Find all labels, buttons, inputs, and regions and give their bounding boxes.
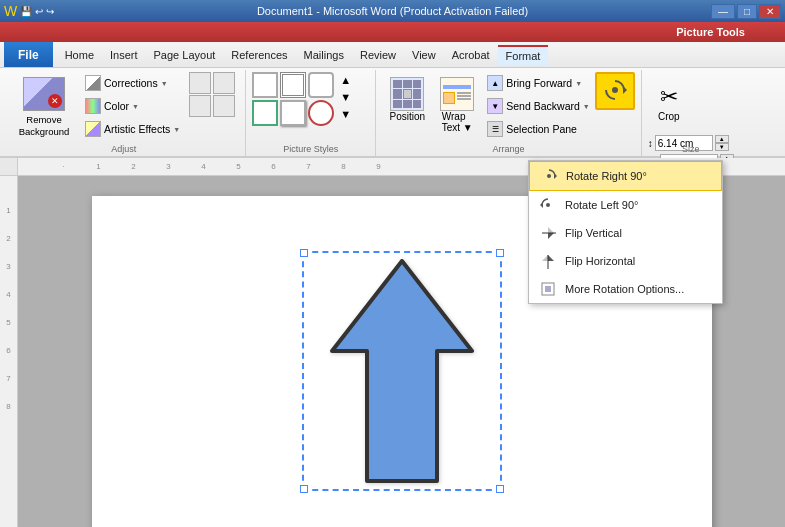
style-swatch-4[interactable] xyxy=(252,100,278,126)
menu-mailings[interactable]: Mailings xyxy=(296,46,352,64)
styles-up-btn[interactable]: ▲ xyxy=(338,72,353,88)
style-swatch-1[interactable] xyxy=(252,72,278,98)
handle-tl[interactable] xyxy=(300,249,308,257)
style-swatch-5[interactable] xyxy=(280,100,306,126)
menu-page-layout[interactable]: Page Layout xyxy=(146,46,224,64)
minimize-btn[interactable]: — xyxy=(711,4,735,19)
ruler-v-7: 7 xyxy=(6,364,10,392)
color-arrow: ▼ xyxy=(132,103,139,110)
format-icon[interactable] xyxy=(189,95,211,117)
styles-more-btn[interactable]: ▼ xyxy=(338,106,353,122)
svg-marker-6 xyxy=(548,227,554,233)
ruler-tick-3: 2 xyxy=(116,162,151,171)
svg-marker-7 xyxy=(548,233,554,239)
rotate-left-icon xyxy=(539,196,557,214)
selection-pane-btn[interactable]: ☰ Selection Pane xyxy=(482,118,594,140)
remove-bg-circle: ✕ xyxy=(48,94,62,108)
ruler-v-8: 8 xyxy=(6,392,10,420)
crop-btn[interactable]: ✂ Crop xyxy=(648,78,690,127)
compress-icon[interactable] xyxy=(189,72,211,94)
crop-icon: ✂ xyxy=(655,83,683,111)
more-rotation-options-item[interactable]: More Rotation Options... xyxy=(529,275,722,303)
ruler-tick-5: 4 xyxy=(186,162,221,171)
svg-marker-10 xyxy=(548,255,554,261)
send-backward-arrow: ▼ xyxy=(583,103,590,110)
reset-icon[interactable] xyxy=(213,72,235,94)
color-icon xyxy=(85,98,101,114)
more-rotation-label: More Rotation Options... xyxy=(565,283,684,295)
title-bar: W 💾 ↩ ↪ Document1 - Microsoft Word (Prod… xyxy=(0,0,785,22)
svg-rect-13 xyxy=(545,286,551,292)
corrections-label: Corrections xyxy=(104,77,158,89)
remove-bg-label: RemoveBackground xyxy=(19,114,70,137)
bring-forward-label: Bring Forward xyxy=(506,77,572,89)
styles-down-btn[interactable]: ▼ xyxy=(338,89,353,105)
rotate-area xyxy=(595,72,635,110)
svg-point-0 xyxy=(612,87,618,93)
position-icon xyxy=(390,77,424,111)
wrap-text-btn[interactable]: WrapText ▼ xyxy=(432,72,482,138)
extra-icons-row2 xyxy=(189,95,235,117)
color-btn[interactable]: Color ▼ xyxy=(80,95,185,117)
send-backward-icon: ▼ xyxy=(487,98,503,114)
ribbon: ✕ RemoveBackground Corrections ▼ Color ▼ xyxy=(0,68,785,158)
handle-tr[interactable] xyxy=(496,249,504,257)
height-up[interactable]: ▲ xyxy=(715,135,729,143)
flip-vertical-label: Flip Vertical xyxy=(565,227,622,239)
ruler-corner xyxy=(0,158,18,176)
ruler-numbers: · 1 2 3 4 5 6 7 8 9 xyxy=(46,162,396,171)
artistic-effects-arrow: ▼ xyxy=(173,126,180,133)
arrange-stack-btns: ▲ Bring Forward ▼ ▼ Send Backward ▼ ☰ Se… xyxy=(482,72,594,140)
svg-point-5 xyxy=(546,203,550,207)
menu-references[interactable]: References xyxy=(223,46,295,64)
svg-marker-1 xyxy=(623,86,627,94)
bring-forward-btn[interactable]: ▲ Bring Forward ▼ xyxy=(482,72,594,94)
close-btn[interactable]: ✕ xyxy=(759,4,781,19)
rotate-left-item[interactable]: Rotate Left 90° xyxy=(529,191,722,219)
artistic-effects-btn[interactable]: Artistic Effects ▼ xyxy=(80,118,185,140)
picture-icon[interactable] xyxy=(213,95,235,117)
menu-insert[interactable]: Insert xyxy=(102,46,146,64)
style-swatch-2[interactable] xyxy=(280,72,306,98)
ruler-v-6: 6 xyxy=(6,336,10,364)
maximize-btn[interactable]: □ xyxy=(737,4,757,19)
menu-acrobat[interactable]: Acrobat xyxy=(444,46,498,64)
flip-vertical-icon xyxy=(539,224,557,242)
style-swatch-6[interactable] xyxy=(308,100,334,126)
pic-styles-content: ▲ ▼ ▼ xyxy=(252,72,369,154)
rotate-right-item[interactable]: Rotate Right 90° xyxy=(529,161,722,191)
ruler-tick-4: 3 xyxy=(151,162,186,171)
file-menu-btn[interactable]: File xyxy=(4,42,53,67)
arrange-label: Arrange xyxy=(376,144,640,154)
menu-review[interactable]: Review xyxy=(352,46,404,64)
menu-home[interactable]: Home xyxy=(57,46,102,64)
flip-vertical-item[interactable]: Flip Vertical xyxy=(529,219,722,247)
ribbon-group-adjust: ✕ RemoveBackground Corrections ▼ Color ▼ xyxy=(2,70,246,156)
handle-br[interactable] xyxy=(496,485,504,493)
position-btn[interactable]: Position xyxy=(382,72,432,127)
bring-forward-arrow: ▼ xyxy=(575,80,582,87)
ruler-tick-2: 1 xyxy=(81,162,116,171)
ruler-v-1: 1 xyxy=(6,196,10,224)
remove-background-btn[interactable]: ✕ RemoveBackground xyxy=(8,72,80,142)
send-backward-btn[interactable]: ▼ Send Backward ▼ xyxy=(482,95,594,117)
word-icon: W xyxy=(4,3,17,19)
wrap-text-label: WrapText ▼ xyxy=(442,111,473,133)
artistic-effects-label: Artistic Effects xyxy=(104,123,170,135)
extra-icons-col xyxy=(189,72,235,117)
svg-marker-2 xyxy=(554,173,557,179)
extra-icons-row1 xyxy=(189,72,235,94)
flip-horizontal-icon xyxy=(539,252,557,270)
pic-styles-label: Picture Styles xyxy=(246,144,375,154)
handle-bl[interactable] xyxy=(300,485,308,493)
rotate-btn[interactable] xyxy=(595,72,635,110)
rotate-right-label: Rotate Right 90° xyxy=(566,170,647,182)
ruler-tick-1: · xyxy=(46,162,81,171)
corrections-btn[interactable]: Corrections ▼ xyxy=(80,72,185,94)
menu-view[interactable]: View xyxy=(404,46,444,64)
flip-horizontal-item[interactable]: Flip Horizontal xyxy=(529,247,722,275)
style-swatch-3[interactable] xyxy=(308,72,334,98)
size-label: Size xyxy=(642,144,740,154)
menu-format[interactable]: Format xyxy=(498,45,549,65)
ruler-tick-9: 8 xyxy=(326,162,361,171)
